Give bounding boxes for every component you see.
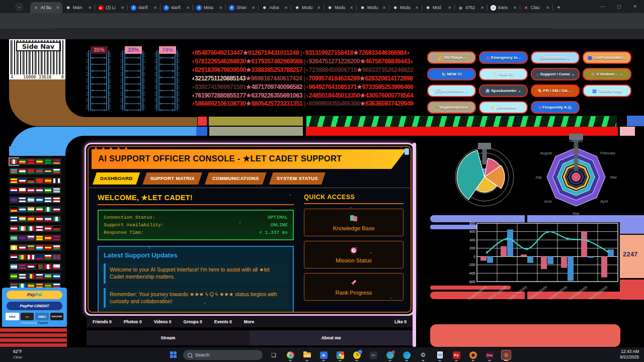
quick-button-mission-status[interactable]: Mission Status (304, 241, 404, 268)
language-flag[interactable] (10, 188, 18, 193)
nav-button-new-ci[interactable]: ↻NEW CI (427, 68, 476, 80)
language-flag[interactable] (27, 197, 35, 203)
language-flag[interactable] (53, 197, 60, 203)
tab-close-icon[interactable]: ✕ (153, 6, 157, 10)
browser-tab-trans[interactable]: Gtrans✕ (488, 2, 520, 13)
filezilla-icon[interactable]: Fz (451, 350, 461, 360)
language-flag[interactable] (19, 264, 26, 269)
nav-button-tactical-map[interactable]: ▤Tactical Map (583, 84, 631, 97)
language-flag[interactable] (53, 235, 60, 241)
nav-button-spockometer[interactable]: ✇Spockometer⌄ (479, 84, 528, 97)
language-flag[interactable] (19, 216, 26, 222)
language-flag[interactable] (27, 178, 35, 184)
language-flag[interactable] (19, 159, 26, 164)
language-flag[interactable] (36, 178, 43, 184)
language-flag[interactable] (19, 254, 26, 260)
taskbar-clock[interactable]: 12:43 AM 8/21/2025 (620, 349, 639, 360)
browser-tab-ai-su[interactable]: ✳AI Su✕ (30, 2, 62, 13)
profile-tab-about-me[interactable]: About me (250, 330, 413, 345)
clock-icon[interactable]: 7 (352, 350, 362, 360)
console-tab-system-status[interactable]: SYSTEM STATUS (269, 172, 326, 185)
menu-item-groups[interactable]: Groups 0 (184, 319, 202, 324)
nav-button-old-ci[interactable]: ↻OLD CI (479, 68, 528, 80)
dark-app-icon[interactable]: xcx (368, 350, 378, 360)
language-flag[interactable] (44, 274, 52, 279)
language-flag[interactable] (27, 216, 35, 222)
language-flag[interactable] (19, 197, 26, 203)
language-flag[interactable] (10, 159, 18, 164)
language-flag[interactable] (19, 245, 26, 250)
language-flag[interactable] (44, 178, 52, 184)
language-flag[interactable] (10, 274, 18, 279)
language-flag[interactable] (10, 197, 18, 203)
language-flag[interactable] (44, 264, 52, 269)
tab-close-icon[interactable]: ✕ (252, 6, 255, 10)
language-flag[interactable] (44, 168, 52, 174)
menu-item-friends[interactable]: Friends 0 (93, 319, 112, 324)
edge-icon[interactable] (401, 350, 412, 360)
console-tab-dashboard[interactable]: DASHBOARD (93, 172, 140, 185)
language-flag[interactable] (19, 188, 26, 193)
browser-tab-clau[interactable]: ✳Clau✕ (520, 2, 552, 13)
tab-close-icon[interactable]: ✕ (448, 6, 451, 10)
tab-search-chevron-icon[interactable]: ⌄ (15, 3, 24, 11)
nav-button-jomsocial[interactable]: ☻Jomsocial (479, 101, 528, 114)
language-flag[interactable] (27, 245, 35, 250)
language-flag[interactable] (10, 245, 18, 250)
nav-button-frequently-a-q-[interactable]: ♥Frequently A.Q. (531, 101, 580, 114)
language-flag[interactable] (27, 168, 35, 174)
language-flag[interactable] (53, 274, 60, 279)
menu-item-more[interactable]: More (244, 319, 254, 324)
language-flag[interactable] (27, 207, 35, 212)
language-flag[interactable] (44, 245, 52, 250)
browser-tab-main[interactable]: ✱Main✕ (62, 2, 95, 13)
language-flag[interactable] (36, 254, 43, 260)
settings-icon[interactable]: ⚙ (418, 350, 428, 360)
browser-tab-mod[interactable]: ✱Mod✕ (422, 2, 454, 13)
globe-notification-icon[interactable] (385, 350, 395, 360)
language-flag[interactable] (44, 188, 52, 193)
notepad-icon[interactable] (435, 350, 445, 360)
nav-button--impressum[interactable]: [Ⓟ]Impressum⌄ (427, 84, 476, 97)
orange-browser-icon[interactable] (468, 350, 478, 360)
language-flag[interactable] (53, 226, 60, 231)
language-flag[interactable] (53, 264, 60, 269)
language-flag[interactable] (27, 254, 35, 260)
console-scrollbar-thumb[interactable] (405, 148, 409, 155)
tab-close-icon[interactable]: ✕ (56, 6, 59, 10)
language-flag[interactable] (27, 274, 35, 279)
language-flag[interactable] (36, 197, 43, 203)
language-flag[interactable] (19, 168, 26, 174)
language-flag[interactable] (36, 207, 43, 212)
language-flag[interactable] (44, 235, 52, 241)
nav-button-emergency-lo-[interactable]: ⚠Emergency lo… (479, 51, 528, 64)
language-flag[interactable] (36, 274, 43, 279)
anydesk-icon[interactable]: A (318, 350, 329, 360)
browser-tab-modu[interactable]: ✱Modu✕ (324, 2, 356, 13)
quick-button-knowledge-base[interactable]: Knowledge Base (304, 209, 404, 236)
task-view-icon[interactable]: ❏ (269, 350, 279, 360)
nav-button-4-visitore-[interactable]: ✈4 Visitore…⌄ (583, 68, 631, 80)
close-button[interactable]: ✕ (633, 4, 637, 9)
language-flag[interactable] (36, 235, 43, 241)
nav-button-confusensatio-[interactable]: ▦ConFusensatio… (583, 51, 631, 64)
language-flag[interactable] (44, 197, 52, 203)
tab-close-icon[interactable]: ✕ (415, 6, 419, 10)
tab-close-icon[interactable]: ✕ (382, 6, 386, 10)
nav-button-pr-sm-oa-[interactable]: ✎PR / SM / OA … (531, 84, 580, 97)
nav-button-vegalolophone[interactable]: ♥Vegalolophone (427, 101, 476, 114)
menu-item-videos[interactable]: Videos 0 (154, 319, 172, 324)
language-flag[interactable] (19, 207, 26, 212)
console-tab-support-matrix[interactable]: SUPPORT MATRIX (142, 172, 202, 185)
maximize-button[interactable]: ▢ (617, 4, 621, 9)
browser-tab--3-li[interactable]: ▸(3) Li✕ (95, 2, 127, 13)
nav-button-da-shaya-[interactable]: ✌Da'Shaya… (427, 51, 476, 64)
language-flag[interactable] (53, 159, 60, 164)
language-flag[interactable] (10, 216, 18, 222)
language-flag[interactable] (36, 245, 43, 250)
paypal-button[interactable]: PayPal (7, 291, 62, 299)
language-flag[interactable] (53, 207, 60, 212)
language-flag[interactable] (19, 274, 26, 279)
menu-item-photos[interactable]: Photos 0 (124, 319, 142, 324)
console-tab-communications[interactable]: COMMUNICATIONS (205, 172, 267, 185)
